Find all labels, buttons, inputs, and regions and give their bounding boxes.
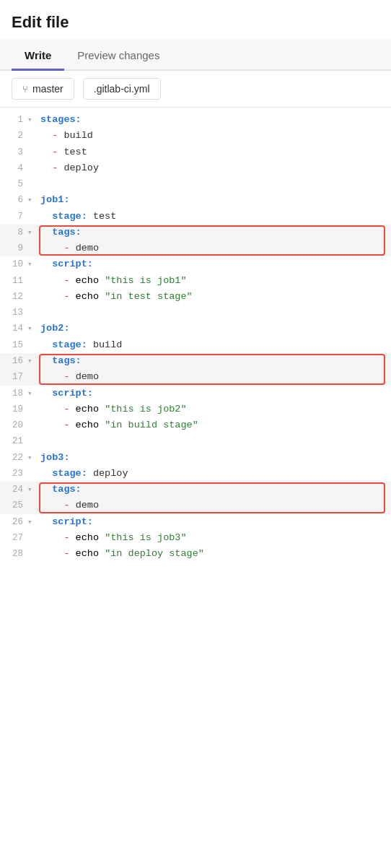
line-content: stage: deploy [39,466,391,482]
line-number: 5 [0,176,27,192]
code-line-4: 4 - deploy [0,160,391,176]
line-arrow: ▾ [27,514,39,530]
line-content: script: [39,386,391,402]
code-line-11: 11 - echo "this is job1" [0,273,391,289]
line-arrow [27,209,39,225]
line-content: script: [39,514,391,530]
line-content: - demo [39,498,391,513]
branch-icon: ⑂ [22,84,28,95]
line-number: 1 [0,112,27,128]
line-arrow: ▾ [27,482,39,498]
line-content: - echo "this is job3" [39,530,391,546]
code-line-5: 5 [0,176,391,192]
line-number: 4 [0,160,27,176]
line-number: 18 [0,386,27,402]
line-content: job1: [39,192,391,208]
code-line-14: 14▾job2: [0,321,391,337]
line-arrow [27,128,39,144]
line-number: 11 [0,273,27,289]
code-line-3: 3 - test [0,144,391,160]
line-content [39,305,391,321]
line-number: 14 [0,321,27,337]
tabs-bar: Write Preview changes [0,39,391,71]
line-content: job2: [39,321,391,337]
line-content: - echo "this is job1" [39,273,391,289]
line-content: - demo [39,369,391,385]
line-content: - echo "in deploy stage" [39,546,391,562]
line-content: - demo [39,240,391,256]
code-line-28: 28 - echo "in deploy stage" [0,546,391,562]
line-arrow: ▾ [27,225,39,240]
line-arrow: ▾ [27,353,39,369]
code-line-9: 9 - demo [0,240,391,256]
line-number: 23 [0,466,27,482]
line-content: stage: test [39,209,391,225]
line-number: 22 [0,450,27,466]
line-content: job3: [39,450,391,466]
line-arrow [27,402,39,417]
line-arrow: ▾ [27,450,39,466]
line-content: - echo "this is job2" [39,402,391,417]
line-arrow: ▾ [27,112,39,128]
line-arrow [27,176,39,192]
branch-selector[interactable]: ⑂ master [12,78,74,100]
code-line-8: 8▾ tags: [0,225,391,240]
line-number: 10 [0,256,27,272]
line-content: stages: [39,112,391,128]
line-arrow [27,466,39,482]
line-content [39,433,391,449]
line-arrow [27,433,39,449]
code-line-16: 16▾ tags: [0,353,391,369]
code-line-1: 1▾stages: [0,112,391,128]
code-editor[interactable]: 1▾stages:2 - build3 - test4 - deploy5 6▾… [0,108,391,566]
code-line-24: 24▾ tags: [0,482,391,498]
code-line-26: 26▾ script: [0,514,391,530]
line-number: 12 [0,289,27,305]
line-content: - echo "in test stage" [39,289,391,305]
code-line-15: 15 stage: build [0,337,391,353]
code-line-12: 12 - echo "in test stage" [0,289,391,305]
line-arrow [27,144,39,160]
code-line-17: 17 - demo [0,369,391,385]
line-content: - deploy [39,160,391,176]
line-arrow: ▾ [27,386,39,402]
line-arrow [27,417,39,433]
filename-text: .gitlab-ci.yml [94,83,150,95]
line-content [39,176,391,192]
line-arrow [27,369,39,385]
line-content: - echo "in build stage" [39,417,391,433]
line-arrow [27,273,39,289]
line-content: script: [39,256,391,272]
line-arrow: ▾ [27,321,39,337]
line-content: tags: [39,225,391,240]
line-number: 8 [0,225,27,240]
code-line-22: 22▾job3: [0,450,391,466]
line-number: 20 [0,417,27,433]
line-number: 3 [0,144,27,160]
line-number: 2 [0,128,27,144]
page-title: Edit file [12,13,379,32]
line-number: 9 [0,240,27,256]
filename-display: .gitlab-ci.yml [83,78,161,100]
line-arrow [27,240,39,256]
code-line-23: 23 stage: deploy [0,466,391,482]
code-line-18: 18▾ script: [0,386,391,402]
line-content: - build [39,128,391,144]
line-number: 15 [0,337,27,353]
line-arrow [27,498,39,513]
page-header: Edit file [0,0,391,39]
line-content: tags: [39,353,391,369]
code-line-21: 21 [0,433,391,449]
line-content: stage: build [39,337,391,353]
line-number: 24 [0,482,27,498]
line-arrow: ▾ [27,256,39,272]
line-number: 25 [0,498,27,513]
tab-write[interactable]: Write [12,39,64,71]
line-arrow: ▾ [27,192,39,208]
line-arrow [27,160,39,176]
code-line-19: 19 - echo "this is job2" [0,402,391,417]
line-arrow [27,337,39,353]
tab-preview-changes[interactable]: Preview changes [64,39,172,71]
line-number: 6 [0,192,27,208]
line-arrow [27,289,39,305]
